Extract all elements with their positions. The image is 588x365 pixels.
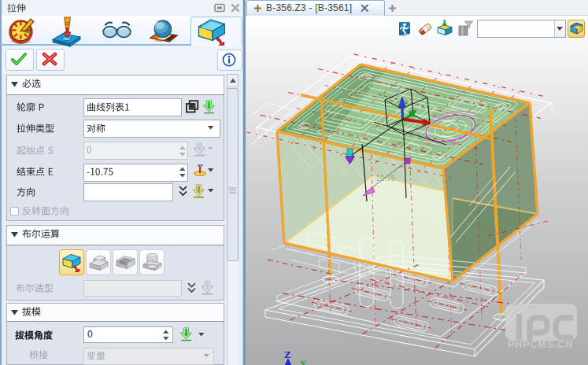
svg-text:PHPCMS.CN: PHPCMS.CN: [508, 339, 573, 350]
svg-text:Y: Y: [300, 359, 307, 365]
svg-text:-10.75: -10.75: [373, 174, 396, 182]
svg-text:Z: Z: [284, 348, 291, 360]
